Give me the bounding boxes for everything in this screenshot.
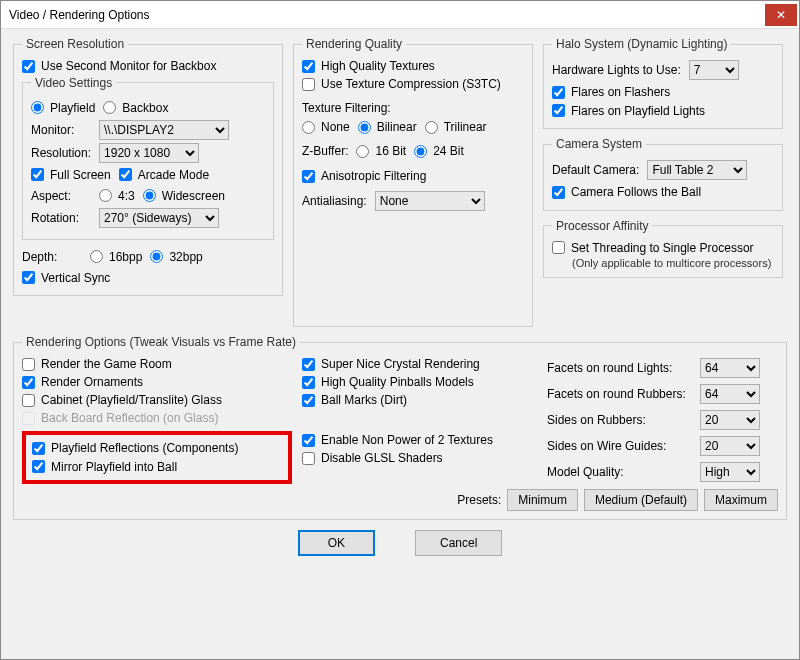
video-settings-legend: Video Settings bbox=[31, 76, 116, 90]
ok-button[interactable]: OK bbox=[298, 530, 375, 556]
depth-label: Depth: bbox=[22, 250, 82, 264]
crystal-rendering-checkbox[interactable]: Super Nice Crystal Rendering bbox=[302, 357, 537, 371]
window-title: Video / Rendering Options bbox=[9, 8, 765, 22]
fullscreen-checkbox[interactable]: Full Screen bbox=[31, 168, 111, 182]
playfield-reflections-checkbox[interactable]: Playfield Reflections (Components) bbox=[32, 441, 238, 455]
facets-rubbers-label: Facets on round Rubbers: bbox=[547, 387, 692, 401]
hw-lights-label: Hardware Lights to Use: bbox=[552, 63, 681, 77]
camera-system-group: Camera System Default Camera: Full Table… bbox=[543, 137, 783, 211]
monitor-select[interactable]: \\.\DISPLAY2 bbox=[99, 120, 229, 140]
single-processor-checkbox[interactable]: Set Threading to Single Processor bbox=[552, 241, 754, 255]
resolution-label: Resolution: bbox=[31, 146, 91, 160]
video-settings-group: Video Settings Playfield Backbox Monitor… bbox=[22, 76, 274, 240]
sides-rubbers-select[interactable]: 20 bbox=[700, 410, 760, 430]
affinity-note: (Only applicable to multicore processors… bbox=[552, 257, 774, 269]
flares-flashers-checkbox[interactable]: Flares on Flashers bbox=[552, 85, 670, 99]
tf-trilinear-radio[interactable]: Trilinear bbox=[425, 120, 487, 134]
facets-lights-label: Facets on round Lights: bbox=[547, 361, 692, 375]
monitor-label: Monitor: bbox=[31, 123, 91, 137]
resolution-select[interactable]: 1920 x 1080 bbox=[99, 143, 199, 163]
ball-marks-checkbox[interactable]: Ball Marks (Dirt) bbox=[302, 393, 537, 407]
use-second-monitor-checkbox[interactable]: Use Second Monitor for Backbox bbox=[22, 59, 216, 73]
camera-legend: Camera System bbox=[552, 137, 646, 151]
facets-rubbers-select[interactable]: 64 bbox=[700, 384, 760, 404]
default-camera-select[interactable]: Full Table 2 bbox=[647, 160, 747, 180]
rendering-quality-group: Rendering Quality High Quality Textures … bbox=[293, 37, 533, 327]
halo-system-group: Halo System (Dynamic Lighting) Hardware … bbox=[543, 37, 783, 129]
aspect-label: Aspect: bbox=[31, 189, 91, 203]
default-camera-label: Default Camera: bbox=[552, 163, 639, 177]
texture-filter-label: Texture Filtering: bbox=[302, 101, 524, 115]
rendering-options-group: Rendering Options (Tweak Visuals vs Fram… bbox=[13, 335, 787, 520]
backbox-radio[interactable]: Backbox bbox=[103, 101, 168, 115]
presets-label: Presets: bbox=[457, 493, 501, 507]
cabinet-glass-checkbox[interactable]: Cabinet (Playfield/Translite) Glass bbox=[22, 393, 292, 407]
render-game-room-checkbox[interactable]: Render the Game Room bbox=[22, 357, 292, 371]
video-rendering-options-dialog: Video / Rendering Options ✕ Screen Resol… bbox=[0, 0, 800, 660]
hw-lights-select[interactable]: 7 bbox=[689, 60, 739, 80]
depth-16-radio[interactable]: 16bpp bbox=[90, 250, 142, 264]
arcade-mode-checkbox[interactable]: Arcade Mode bbox=[119, 168, 209, 182]
halo-legend: Halo System (Dynamic Lighting) bbox=[552, 37, 731, 51]
model-quality-label: Model Quality: bbox=[547, 465, 692, 479]
npot-textures-checkbox[interactable]: Enable Non Power of 2 Textures bbox=[302, 433, 537, 447]
vsync-checkbox[interactable]: Vertical Sync bbox=[22, 271, 110, 285]
close-button[interactable]: ✕ bbox=[765, 4, 797, 26]
cancel-button[interactable]: Cancel bbox=[415, 530, 502, 556]
mirror-playfield-ball-checkbox[interactable]: Mirror Playfield into Ball bbox=[32, 460, 177, 474]
titlebar: Video / Rendering Options ✕ bbox=[1, 1, 799, 29]
zbuffer-label: Z-Buffer: bbox=[302, 144, 348, 158]
rendering-options-legend: Rendering Options (Tweak Visuals vs Fram… bbox=[22, 335, 300, 349]
model-quality-select[interactable]: High bbox=[700, 462, 760, 482]
preset-maximum-button[interactable]: Maximum bbox=[704, 489, 778, 511]
flares-playfield-checkbox[interactable]: Flares on Playfield Lights bbox=[552, 104, 705, 118]
hq-pinballs-checkbox[interactable]: High Quality Pinballs Models bbox=[302, 375, 537, 389]
affinity-legend: Processor Affinity bbox=[552, 219, 652, 233]
render-ornaments-checkbox[interactable]: Render Ornaments bbox=[22, 375, 292, 389]
antialiasing-select[interactable]: None bbox=[375, 191, 485, 211]
facets-lights-select[interactable]: 64 bbox=[700, 358, 760, 378]
aspect-wide-radio[interactable]: Widescreen bbox=[143, 189, 225, 203]
sides-wire-select[interactable]: 20 bbox=[700, 436, 760, 456]
close-icon: ✕ bbox=[776, 8, 786, 22]
playfield-radio[interactable]: Playfield bbox=[31, 101, 95, 115]
preset-minimum-button[interactable]: Minimum bbox=[507, 489, 578, 511]
screen-resolution-legend: Screen Resolution bbox=[22, 37, 128, 51]
rendering-quality-legend: Rendering Quality bbox=[302, 37, 406, 51]
tf-bilinear-radio[interactable]: Bilinear bbox=[358, 120, 417, 134]
tf-none-radio[interactable]: None bbox=[302, 120, 350, 134]
rotation-select[interactable]: 270° (Sideways) bbox=[99, 208, 219, 228]
camera-follows-ball-checkbox[interactable]: Camera Follows the Ball bbox=[552, 185, 701, 199]
anisotropic-checkbox[interactable]: Anisotropic Filtering bbox=[302, 169, 524, 183]
aspect-43-radio[interactable]: 4:3 bbox=[99, 189, 135, 203]
screen-resolution-group: Screen Resolution Use Second Monitor for… bbox=[13, 37, 283, 296]
sides-rubbers-label: Sides on Rubbers: bbox=[547, 413, 692, 427]
depth-32-radio[interactable]: 32bpp bbox=[150, 250, 202, 264]
highlight-box: Playfield Reflections (Components) Mirro… bbox=[22, 431, 292, 484]
preset-medium-button[interactable]: Medium (Default) bbox=[584, 489, 698, 511]
backboard-reflection-checkbox: Back Board Reflection (on Glass) bbox=[22, 411, 292, 425]
texture-compression-checkbox[interactable]: Use Texture Compression (S3TC) bbox=[302, 77, 524, 91]
zb-24-radio[interactable]: 24 Bit bbox=[414, 144, 464, 158]
zb-16-radio[interactable]: 16 Bit bbox=[356, 144, 406, 158]
disable-glsl-checkbox[interactable]: Disable GLSL Shaders bbox=[302, 451, 537, 465]
hq-textures-checkbox[interactable]: High Quality Textures bbox=[302, 59, 524, 73]
processor-affinity-group: Processor Affinity Set Threading to Sing… bbox=[543, 219, 783, 279]
antialiasing-label: Antialiasing: bbox=[302, 194, 367, 208]
sides-wire-label: Sides on Wire Guides: bbox=[547, 439, 692, 453]
rotation-label: Rotation: bbox=[31, 211, 91, 225]
